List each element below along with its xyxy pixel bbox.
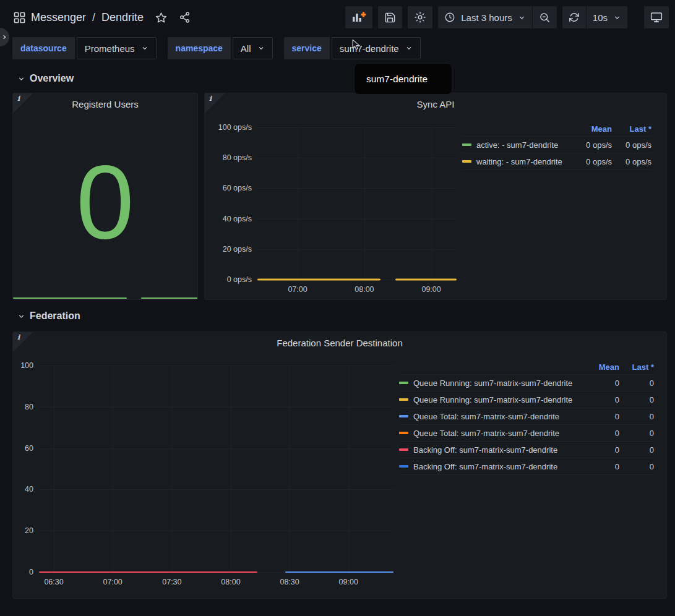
overview-panels-row: i Registerd Users 0 i Sync API 0 ops/s20… [0,92,675,300]
time-range-label: Last 3 hours [461,12,512,23]
variable-datasource-label: datasource [12,37,75,59]
kiosk-mode-button[interactable] [644,6,669,28]
legend-last-value: 0 [619,462,654,471]
legend-last-value: 0 ops/s [612,140,651,150]
grid-line-horizontal [39,489,393,490]
series-line-segment [39,571,257,573]
dashboard-settings-button[interactable] [408,6,432,28]
variable-namespace-selected: All [241,43,251,54]
section-row-federation[interactable]: Federation [0,300,675,330]
panel-sync-api: i Sync API 0 ops/s20 ops/s40 ops/s60 ops… [204,93,667,300]
legend-last-value: 0 [619,445,654,455]
legend-series-cell: active: - sum7-dendrite [462,140,571,150]
grafana-dashboard: Messenger / Dendrite [0,0,675,616]
legend-series-cell: waiting: - sum7-dendrite [462,157,571,166]
panel-title[interactable]: Registerd Users [13,93,197,109]
legend-series-color-swatch[interactable] [399,465,408,468]
grid-line-horizontal [257,219,457,220]
save-dashboard-button[interactable] [378,6,402,28]
legend-series-label[interactable]: waiting: - sum7-dendrite [476,157,562,166]
legend-series-color-swatch[interactable] [399,398,408,401]
legend-sort-header[interactable]: Mean [588,362,619,372]
time-range-picker[interactable]: Last 3 hours [438,6,532,28]
refresh-interval-picker[interactable]: 10s [586,6,627,28]
variable-namespace-value[interactable]: All [233,37,273,59]
plot-area: 0 ops/s20 ops/s40 ops/s60 ops/s80 ops/s1… [257,127,457,280]
clock-icon [444,12,455,23]
legend-row: Queue Running: sum7-matrix-sum7-dendrite… [399,375,654,391]
legend-series-color-swatch[interactable] [462,160,471,163]
stat-value: 0 [13,111,197,293]
x-axis-tick-label: 09:00 [339,578,358,586]
breadcrumb-folder[interactable]: Messenger [31,11,86,24]
panel-title[interactable]: Federation Sender Destination [13,332,666,348]
legend-series-color-swatch[interactable] [462,143,471,146]
variable-datasource-value[interactable]: Prometheus [77,37,157,59]
add-panel-button[interactable] [345,6,372,28]
legend-mean-value: 0 [588,395,619,404]
legend-last-value: 0 [619,429,654,438]
dashboards-grid-icon[interactable] [14,12,25,24]
grid-line-horizontal [257,249,457,250]
legend-series-label[interactable]: Queue Running: sum7-matrix-sum7-dendrite [413,379,572,388]
panel-title[interactable]: Sync API [205,93,666,109]
legend-row: Backing Off: sum7-matrix-sum7-dendrite00 [399,458,654,475]
legend-row: Queue Running: sum7-matrix-sum7-dendrite… [399,391,654,408]
legend-last-value: 0 [619,412,654,421]
legend-sort-header[interactable]: Mean [571,124,612,134]
breadcrumb-dashboard[interactable]: Dendrite [101,11,144,24]
legend-series-color-swatch[interactable] [399,448,408,451]
zoom-out-time-button[interactable] [532,6,557,28]
y-axis-tick-label: 80 [25,403,33,411]
legend-series-label[interactable]: Queue Total: sum7-matrix-sum7-dendrite [413,429,559,438]
grid-line-vertical [290,366,290,572]
legend-series-label[interactable]: Backing Off: sum7-matrix-sum7-dendrite [413,462,557,471]
y-axis-tick-label: 100 ops/s [218,123,252,132]
legend-series-cell: Queue Total: sum7-matrix-sum7-dendrite [399,412,588,421]
plus-icon [361,12,366,17]
legend-last-value: 0 [619,379,654,388]
grid-line-horizontal [39,531,393,531]
y-axis-tick-label: 60 ops/s [223,184,252,192]
section-row-overview[interactable]: Overview [0,64,675,92]
legend-sort-header[interactable]: Last * [612,124,651,134]
grid-line-vertical [431,127,432,280]
legend-series-color-swatch[interactable] [399,382,408,384]
variable-datasource-selected: Prometheus [85,43,135,54]
legend-series-label[interactable]: Queue Running: sum7-matrix-sum7-dendrite [413,395,572,404]
legend-series-label[interactable]: Backing Off: sum7-matrix-sum7-dendrite [413,445,557,455]
grid-line-horizontal [39,366,393,366]
variable-service-value[interactable]: sum7-dendrite [332,37,421,59]
info-icon: i [17,333,20,341]
legend-series-label[interactable]: Queue Total: sum7-matrix-sum7-dendrite [413,412,559,421]
legend-last-value: 0 [619,395,654,404]
share-icon[interactable] [179,11,191,24]
legend-row: Queue Total: sum7-matrix-sum7-dendrite00 [399,425,654,442]
x-axis-tick-label: 08:30 [280,578,299,586]
grid-line-horizontal [257,188,457,189]
chevron-down-icon [141,45,148,52]
dashboard-toolbar: Last 3 hours [345,6,669,28]
section-title-overview: Overview [30,73,74,84]
info-icon: i [209,95,212,103]
x-axis-tick-label: 07:00 [103,578,123,586]
series-line-segment [285,571,393,573]
legend-series-label[interactable]: active: - sum7-dendrite [476,140,558,150]
y-axis-tick-label: 20 ops/s [223,245,252,254]
dashboard-header: Messenger / Dendrite [0,0,675,35]
star-icon[interactable] [155,12,167,24]
legend-sort-header[interactable]: Last * [619,362,654,372]
legend: MeanLast *Queue Running: sum7-matrix-sum… [399,360,654,475]
legend-series-color-swatch[interactable] [399,415,408,417]
legend-series-cell: Backing Off: sum7-matrix-sum7-dendrite [399,445,588,455]
y-axis-tick-label: 0 [29,568,33,576]
legend-header-row: MeanLast * [462,122,651,137]
refresh-button[interactable] [562,6,586,28]
x-axis-tick-label: 08:00 [355,285,374,294]
template-variables-row: datasource Prometheus namespace All serv… [0,35,675,64]
chevron-down-icon [257,45,265,52]
legend-series-color-swatch[interactable] [399,432,408,434]
legend-series-cell: Queue Running: sum7-matrix-sum7-dendrite [399,395,588,404]
chevron-down-icon [17,75,25,83]
grid-line-horizontal [257,158,457,158]
